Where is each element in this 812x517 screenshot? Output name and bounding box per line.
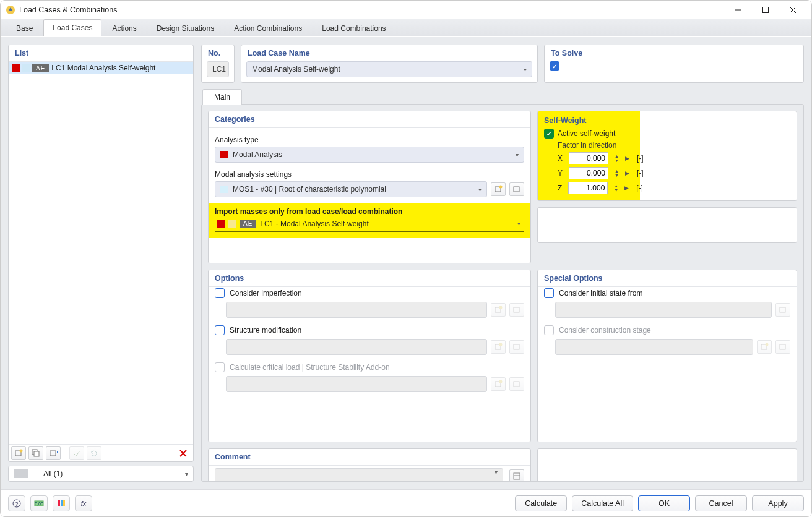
cancel-button[interactable]: Cancel [695, 495, 747, 511]
list-panel: List AE LC1 Modal Analysis Self-weight [8, 45, 194, 462]
svg-rect-28 [514, 473, 520, 479]
list-title: List [9, 45, 193, 62]
list-item[interactable]: AE LC1 Modal Analysis Self-weight [9, 62, 193, 74]
sub-tab-main[interactable]: Main [202, 89, 242, 105]
ma-settings-label: Modal analysis settings [215, 170, 524, 179]
tab-load-combinations[interactable]: Load Combinations [313, 20, 395, 36]
analysis-type-dropdown[interactable]: Modal Analysis ▾ [215, 147, 524, 163]
to-solve-checkbox[interactable]: ✔ [550, 61, 559, 71]
svg-text:fx: fx [81, 500, 87, 507]
list-item-label: LC1 Modal Analysis Self-weight [51, 64, 155, 72]
play-icon[interactable]: ▶ [625, 170, 629, 176]
filter-label: All (1) [43, 469, 63, 478]
play-icon[interactable]: ▶ [625, 155, 629, 161]
comment-dropdown[interactable]: ▾ [215, 468, 503, 482]
formula-button[interactable]: fx [75, 495, 92, 511]
factor-x-label: X [558, 154, 563, 163]
minimize-button[interactable] [725, 1, 752, 19]
dialog-body: List AE LC1 Modal Analysis Self-weight [1, 37, 811, 489]
factor-y-input[interactable] [569, 167, 608, 179]
factor-z-unit: [-] [636, 184, 643, 192]
ma-settings-value: MOS1 - #30 | Root of characteristic poly… [233, 185, 386, 194]
svg-rect-8 [34, 451, 39, 456]
window-title: Load Cases & Combinations [19, 6, 725, 14]
type-swatch-icon [228, 220, 236, 228]
apply-button[interactable]: Apply [752, 495, 804, 511]
import-masses-dropdown[interactable]: AE LC1 - Modal Analysis Self-weight ▾ [215, 216, 524, 232]
factor-x-input[interactable] [569, 152, 608, 164]
play-icon[interactable]: ▶ [624, 185, 629, 191]
copy-item-button[interactable] [28, 446, 43, 460]
ma-settings-dropdown[interactable]: MOS1 - #30 | Root of characteristic poly… [215, 181, 487, 197]
factor-z-input[interactable] [568, 182, 608, 194]
insert-item-button[interactable] [46, 446, 61, 460]
color-swatch-icon [220, 151, 228, 158]
consider-imperfection-checkbox[interactable]: ✔ [215, 288, 225, 298]
chevron-down-icon: ▾ [517, 220, 520, 227]
list-body[interactable]: AE LC1 Modal Analysis Self-weight [9, 62, 193, 444]
analysis-type-label: Analysis type [215, 135, 524, 144]
imperfection-field [226, 302, 487, 318]
tab-base[interactable]: Base [7, 20, 42, 36]
dialog-window: Load Cases & Combinations Base Load Case… [0, 0, 812, 517]
factor-x-unit: [-] [637, 154, 644, 163]
chevron-down-icon: ▾ [516, 152, 519, 158]
construction-stage-label: Consider construction stage [559, 326, 651, 335]
structure-modification-new-button [491, 340, 506, 354]
tab-load-cases[interactable]: Load Cases [43, 19, 102, 36]
factor-in-direction-label: Factor in direction [558, 141, 634, 150]
svg-rect-2 [763, 7, 769, 12]
color-swatch-icon [220, 186, 228, 193]
ma-settings-new-button[interactable] [491, 182, 506, 196]
svg-rect-14 [514, 187, 519, 192]
svg-point-6 [20, 449, 23, 452]
filter-swatch-icon [14, 469, 28, 478]
critical-load-field [226, 376, 487, 392]
factor-y-label: Y [558, 169, 563, 177]
close-button[interactable] [779, 1, 806, 19]
maximize-button[interactable] [752, 1, 779, 19]
load-case-name-field: Load Case Name Modal Analysis Self-weigh… [241, 45, 538, 83]
help-button[interactable]: ? [8, 495, 25, 511]
svg-point-13 [499, 186, 503, 189]
factor-z-stepper[interactable]: ▲▼ [614, 184, 618, 192]
type-swatch-icon [22, 64, 30, 72]
structure-modification-label: Structure modification [230, 326, 301, 335]
construction-stage-new-button [757, 340, 772, 354]
factor-z-label: Z [558, 184, 562, 192]
factor-x-stepper[interactable]: ▲▼ [615, 154, 619, 163]
delete-item-button[interactable] [176, 446, 191, 460]
comment-panel: Comment ▾ [208, 448, 531, 482]
tab-actions[interactable]: Actions [103, 20, 145, 36]
calculate-all-button[interactable]: Calculate All [572, 495, 633, 511]
ae-badge: AE [240, 220, 256, 228]
svg-rect-27 [780, 344, 785, 349]
blank-panel-bottom [537, 448, 797, 482]
chevron-down-icon: ▾ [495, 469, 498, 476]
list-filter-dropdown[interactable]: All (1) ▾ [8, 466, 194, 482]
svg-rect-35 [61, 500, 63, 506]
tab-action-combinations[interactable]: Action Combinations [225, 20, 311, 36]
refresh-button [87, 446, 102, 460]
construction-stage-checkbox: ✔ [544, 325, 554, 335]
calculate-button[interactable]: Calculate [515, 495, 567, 511]
import-masses-value: LC1 - Modal Analysis Self-weight [260, 220, 368, 228]
comment-library-button[interactable] [509, 469, 524, 482]
active-self-weight-checkbox[interactable]: ✔ [544, 129, 554, 139]
ma-settings-edit-button[interactable] [509, 182, 524, 196]
ok-button[interactable]: OK [638, 495, 690, 511]
color-scale-button[interactable] [53, 495, 70, 511]
dialog-footer: ? 0,00 fx Calculate Calculate All OK Can… [1, 489, 811, 516]
structure-modification-field [226, 339, 487, 355]
factor-y-stepper[interactable]: ▲▼ [615, 169, 619, 177]
new-item-button[interactable] [11, 446, 26, 460]
load-case-name-dropdown[interactable]: Modal Analysis Self-weight ▾ [246, 61, 532, 77]
imperfection-new-button [491, 303, 506, 317]
initial-state-checkbox[interactable]: ✔ [544, 288, 554, 298]
to-solve-title: To Solve [545, 45, 803, 59]
titlebar: Load Cases & Combinations [1, 1, 811, 19]
units-button[interactable]: 0,00 [30, 495, 48, 511]
tab-design-situations[interactable]: Design Situations [147, 20, 223, 36]
comment-title: Comment [209, 449, 530, 466]
structure-modification-checkbox[interactable]: ✔ [215, 325, 225, 335]
